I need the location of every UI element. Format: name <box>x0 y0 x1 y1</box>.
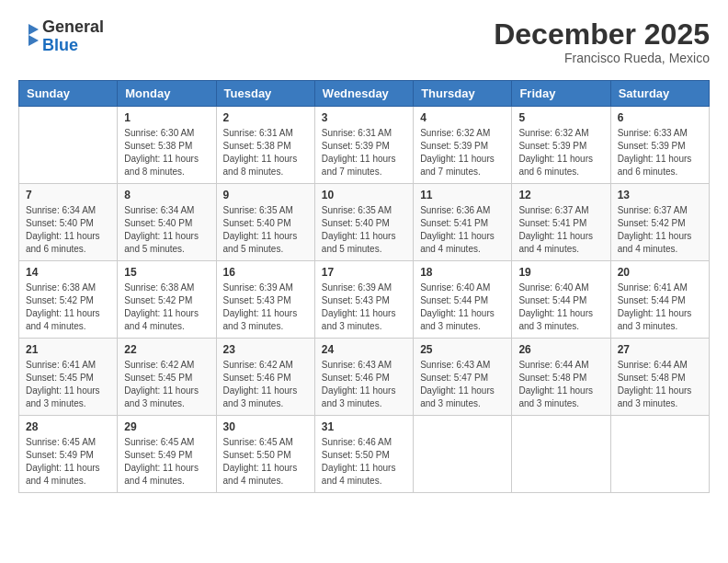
calendar-cell: 7Sunrise: 6:34 AMSunset: 5:40 PMDaylight… <box>19 184 118 261</box>
day-number: 5 <box>518 111 603 124</box>
day-number: 20 <box>618 266 702 279</box>
day-info: Sunrise: 6:38 AMSunset: 5:42 PMDaylight:… <box>124 282 209 333</box>
day-info: Sunrise: 6:37 AMSunset: 5:42 PMDaylight:… <box>618 204 702 256</box>
logo: General Blue <box>18 18 104 55</box>
svg-marker-0 <box>28 24 39 35</box>
day-number: 12 <box>518 189 603 201</box>
calendar-cell <box>414 416 512 493</box>
calendar-cell: 2Sunrise: 6:31 AMSunset: 5:38 PMDaylight… <box>216 107 314 184</box>
day-number: 6 <box>618 111 702 124</box>
day-number: 23 <box>223 343 308 356</box>
day-number: 31 <box>322 420 406 433</box>
day-info: Sunrise: 6:40 AMSunset: 5:44 PMDaylight:… <box>420 282 505 333</box>
day-info: Sunrise: 6:31 AMSunset: 5:39 PMDaylight:… <box>322 127 406 178</box>
day-number: 29 <box>124 420 209 433</box>
day-number: 4 <box>420 111 505 124</box>
calendar-cell: 11Sunrise: 6:36 AMSunset: 5:41 PMDayligh… <box>414 184 512 261</box>
day-number: 16 <box>223 266 308 279</box>
day-info: Sunrise: 6:35 AMSunset: 5:40 PMDaylight:… <box>322 204 406 256</box>
day-info: Sunrise: 6:38 AMSunset: 5:42 PMDaylight:… <box>26 282 110 333</box>
day-info: Sunrise: 6:43 AMSunset: 5:47 PMDaylight:… <box>420 359 505 410</box>
calendar-cell: 19Sunrise: 6:40 AMSunset: 5:44 PMDayligh… <box>512 261 610 339</box>
calendar-cell: 22Sunrise: 6:42 AMSunset: 5:45 PMDayligh… <box>118 339 216 416</box>
calendar-cell: 29Sunrise: 6:45 AMSunset: 5:49 PMDayligh… <box>118 416 216 493</box>
weekday-header-monday: Monday <box>118 81 216 107</box>
svg-marker-1 <box>28 35 39 46</box>
day-info: Sunrise: 6:45 AMSunset: 5:49 PMDaylight:… <box>124 436 209 488</box>
calendar-cell: 18Sunrise: 6:40 AMSunset: 5:44 PMDayligh… <box>414 261 512 339</box>
day-number: 8 <box>124 189 209 201</box>
day-number: 27 <box>618 343 702 356</box>
calendar-cell: 6Sunrise: 6:33 AMSunset: 5:39 PMDaylight… <box>610 107 709 184</box>
page-header: General Blue December 2025 Francisco Rue… <box>18 18 710 65</box>
weekday-header-friday: Friday <box>512 81 610 107</box>
calendar-cell <box>610 416 709 493</box>
calendar-cell: 14Sunrise: 6:38 AMSunset: 5:42 PMDayligh… <box>19 261 118 339</box>
calendar-week-2: 7Sunrise: 6:34 AMSunset: 5:40 PMDaylight… <box>19 184 710 261</box>
day-info: Sunrise: 6:45 AMSunset: 5:50 PMDaylight:… <box>223 436 308 488</box>
calendar-week-3: 14Sunrise: 6:38 AMSunset: 5:42 PMDayligh… <box>19 261 710 339</box>
weekday-header-row: SundayMondayTuesdayWednesdayThursdayFrid… <box>19 81 710 107</box>
day-info: Sunrise: 6:41 AMSunset: 5:45 PMDaylight:… <box>26 359 110 410</box>
day-number: 13 <box>618 189 702 201</box>
calendar-cell: 16Sunrise: 6:39 AMSunset: 5:43 PMDayligh… <box>216 261 314 339</box>
day-number: 26 <box>518 343 603 356</box>
calendar-cell: 21Sunrise: 6:41 AMSunset: 5:45 PMDayligh… <box>19 339 118 416</box>
calendar-cell: 4Sunrise: 6:32 AMSunset: 5:39 PMDaylight… <box>414 107 512 184</box>
day-info: Sunrise: 6:42 AMSunset: 5:45 PMDaylight:… <box>124 359 209 410</box>
month-title: December 2025 <box>494 18 710 51</box>
weekday-header-thursday: Thursday <box>414 81 512 107</box>
calendar-cell: 3Sunrise: 6:31 AMSunset: 5:39 PMDaylight… <box>314 107 413 184</box>
day-info: Sunrise: 6:32 AMSunset: 5:39 PMDaylight:… <box>518 127 603 178</box>
calendar-cell: 17Sunrise: 6:39 AMSunset: 5:43 PMDayligh… <box>314 261 413 339</box>
day-info: Sunrise: 6:36 AMSunset: 5:41 PMDaylight:… <box>420 204 505 256</box>
day-number: 30 <box>223 420 308 433</box>
calendar-cell: 8Sunrise: 6:34 AMSunset: 5:40 PMDaylight… <box>118 184 216 261</box>
day-info: Sunrise: 6:33 AMSunset: 5:39 PMDaylight:… <box>618 127 702 178</box>
day-number: 24 <box>322 343 406 356</box>
day-number: 19 <box>518 266 603 279</box>
day-number: 3 <box>322 111 406 124</box>
day-info: Sunrise: 6:42 AMSunset: 5:46 PMDaylight:… <box>223 359 308 410</box>
day-number: 18 <box>420 266 505 279</box>
day-number: 9 <box>223 189 308 201</box>
calendar-cell: 13Sunrise: 6:37 AMSunset: 5:42 PMDayligh… <box>610 184 709 261</box>
calendar-cell: 31Sunrise: 6:46 AMSunset: 5:50 PMDayligh… <box>314 416 413 493</box>
calendar-cell <box>512 416 610 493</box>
day-number: 10 <box>322 189 406 201</box>
calendar-cell: 25Sunrise: 6:43 AMSunset: 5:47 PMDayligh… <box>414 339 512 416</box>
day-number: 1 <box>124 111 209 124</box>
calendar-week-5: 28Sunrise: 6:45 AMSunset: 5:49 PMDayligh… <box>19 416 710 493</box>
day-number: 21 <box>26 343 110 356</box>
calendar-cell: 24Sunrise: 6:43 AMSunset: 5:46 PMDayligh… <box>314 339 413 416</box>
day-info: Sunrise: 6:32 AMSunset: 5:39 PMDaylight:… <box>420 127 505 178</box>
day-info: Sunrise: 6:44 AMSunset: 5:48 PMDaylight:… <box>618 359 702 410</box>
day-info: Sunrise: 6:34 AMSunset: 5:40 PMDaylight:… <box>26 204 110 256</box>
day-info: Sunrise: 6:41 AMSunset: 5:44 PMDaylight:… <box>618 282 702 333</box>
calendar-table: SundayMondayTuesdayWednesdayThursdayFrid… <box>18 80 710 493</box>
day-number: 28 <box>26 420 110 433</box>
title-area: December 2025 Francisco Rueda, Mexico <box>494 18 710 65</box>
day-info: Sunrise: 6:46 AMSunset: 5:50 PMDaylight:… <box>322 436 406 488</box>
calendar-cell: 20Sunrise: 6:41 AMSunset: 5:44 PMDayligh… <box>610 261 709 339</box>
weekday-header-wednesday: Wednesday <box>314 81 413 107</box>
day-info: Sunrise: 6:35 AMSunset: 5:40 PMDaylight:… <box>223 204 308 256</box>
calendar-cell: 12Sunrise: 6:37 AMSunset: 5:41 PMDayligh… <box>512 184 610 261</box>
calendar-cell: 10Sunrise: 6:35 AMSunset: 5:40 PMDayligh… <box>314 184 413 261</box>
logo-flag-icon <box>18 22 39 52</box>
calendar-cell: 27Sunrise: 6:44 AMSunset: 5:48 PMDayligh… <box>610 339 709 416</box>
day-info: Sunrise: 6:45 AMSunset: 5:49 PMDaylight:… <box>26 436 110 488</box>
calendar-week-4: 21Sunrise: 6:41 AMSunset: 5:45 PMDayligh… <box>19 339 710 416</box>
day-number: 7 <box>26 189 110 201</box>
day-info: Sunrise: 6:40 AMSunset: 5:44 PMDaylight:… <box>518 282 603 333</box>
day-info: Sunrise: 6:44 AMSunset: 5:48 PMDaylight:… <box>518 359 603 410</box>
day-number: 25 <box>420 343 505 356</box>
weekday-header-saturday: Saturday <box>610 81 709 107</box>
day-info: Sunrise: 6:43 AMSunset: 5:46 PMDaylight:… <box>322 359 406 410</box>
calendar-cell: 5Sunrise: 6:32 AMSunset: 5:39 PMDaylight… <box>512 107 610 184</box>
day-number: 22 <box>124 343 209 356</box>
day-number: 17 <box>322 266 406 279</box>
logo-general-text: General <box>42 18 104 37</box>
day-number: 14 <box>26 266 110 279</box>
location-subtitle: Francisco Rueda, Mexico <box>494 51 710 65</box>
